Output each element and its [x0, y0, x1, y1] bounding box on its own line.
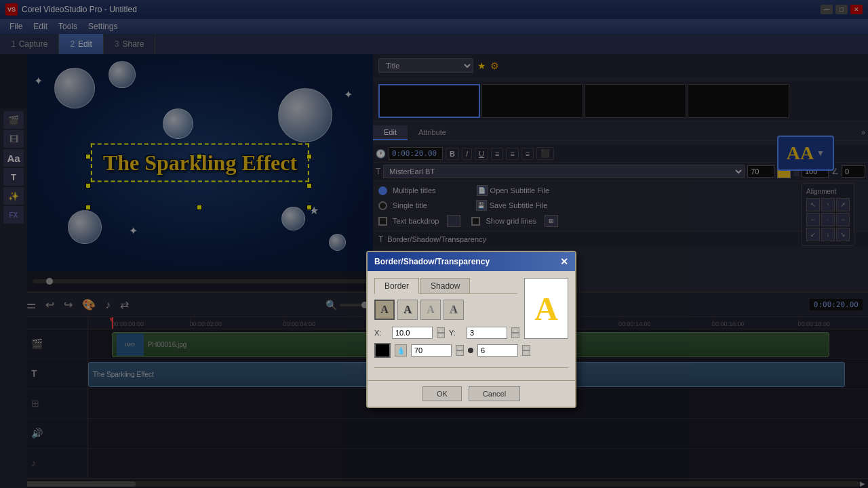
dialog-close-button[interactable]: ✕: [560, 256, 568, 267]
dialog-title: Border/Shadow/Transparency: [374, 257, 490, 266]
border-style-1[interactable]: A: [374, 300, 395, 320]
size-down[interactable]: ▼: [456, 350, 464, 356]
cancel-button[interactable]: Cancel: [469, 386, 520, 401]
dot-indicator: [468, 348, 473, 353]
dialog-tabs: Border Shadow: [374, 278, 517, 294]
y-spinner: ▲ ▼: [511, 327, 519, 338]
border-color-swatch[interactable]: [374, 343, 391, 358]
y-label: Y:: [449, 329, 462, 337]
y-input[interactable]: [467, 327, 507, 339]
x-down[interactable]: ▼: [437, 333, 445, 338]
border-shadow-dialog: Border/Shadow/Transparency ✕ A Border Sh…: [366, 251, 576, 408]
x-label: X:: [374, 329, 388, 337]
dialog-overlay: Border/Shadow/Transparency ✕ A Border Sh…: [0, 0, 868, 488]
border-style-2[interactable]: A: [397, 300, 418, 320]
dialog-title-bar: Border/Shadow/Transparency ✕: [368, 252, 575, 271]
dot-input[interactable]: [477, 344, 518, 357]
dialog-separator: [374, 367, 568, 368]
size-spinner: ▲ ▼: [456, 345, 464, 356]
pipette-button[interactable]: 💧: [395, 344, 407, 357]
ok-button[interactable]: OK: [422, 386, 462, 401]
border-style-4[interactable]: A: [443, 300, 464, 320]
dialog-tab-shadow[interactable]: Shadow: [420, 278, 470, 293]
dialog-body: A Border Shadow A A A A X: ▲ ▼: [368, 271, 575, 380]
preview-letter: A: [534, 290, 558, 327]
border-style-3[interactable]: A: [420, 300, 441, 320]
xy-field-row: X: ▲ ▼ Y: ▲ ▼: [374, 327, 517, 339]
dot-down[interactable]: ▼: [522, 350, 530, 356]
border-style-row: A A A A: [374, 300, 517, 320]
dialog-buttons: OK Cancel: [368, 380, 575, 407]
dialog-preview: A: [524, 278, 568, 339]
x-input[interactable]: [392, 327, 433, 339]
x-spinner: ▲ ▼: [437, 327, 445, 338]
color-size-row: 💧 ▲ ▼ ▲ ▼: [374, 343, 568, 358]
dot-spinner: ▲ ▼: [522, 345, 530, 356]
size-input[interactable]: [411, 344, 452, 357]
dialog-tab-border[interactable]: Border: [374, 278, 419, 294]
y-down[interactable]: ▼: [511, 333, 519, 338]
